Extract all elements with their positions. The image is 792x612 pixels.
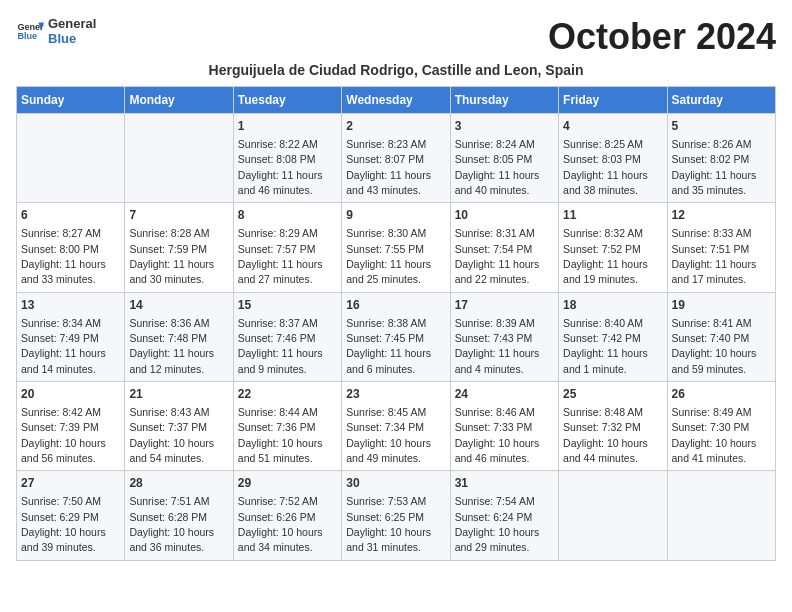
day-info: Sunrise: 8:40 AM Sunset: 7:42 PM Dayligh… xyxy=(563,317,648,375)
day-info: Sunrise: 7:53 AM Sunset: 6:25 PM Dayligh… xyxy=(346,495,431,553)
svg-text:Blue: Blue xyxy=(17,31,37,41)
calendar-cell: 7Sunrise: 8:28 AM Sunset: 7:59 PM Daylig… xyxy=(125,203,233,292)
page-subtitle: Herguijuela de Ciudad Rodrigo, Castille … xyxy=(16,62,776,78)
day-number: 29 xyxy=(238,475,337,492)
calendar-cell: 8Sunrise: 8:29 AM Sunset: 7:57 PM Daylig… xyxy=(233,203,341,292)
calendar-cell: 28Sunrise: 7:51 AM Sunset: 6:28 PM Dayli… xyxy=(125,471,233,560)
day-info: Sunrise: 8:46 AM Sunset: 7:33 PM Dayligh… xyxy=(455,406,540,464)
calendar-cell xyxy=(125,114,233,203)
logo-blue: Blue xyxy=(48,31,96,46)
calendar-cell: 2Sunrise: 8:23 AM Sunset: 8:07 PM Daylig… xyxy=(342,114,450,203)
calendar-cell: 16Sunrise: 8:38 AM Sunset: 7:45 PM Dayli… xyxy=(342,292,450,381)
day-info: Sunrise: 8:41 AM Sunset: 7:40 PM Dayligh… xyxy=(672,317,757,375)
calendar-cell: 4Sunrise: 8:25 AM Sunset: 8:03 PM Daylig… xyxy=(559,114,667,203)
day-number: 24 xyxy=(455,386,554,403)
day-number: 14 xyxy=(129,297,228,314)
day-info: Sunrise: 8:37 AM Sunset: 7:46 PM Dayligh… xyxy=(238,317,323,375)
day-number: 4 xyxy=(563,118,662,135)
day-number: 10 xyxy=(455,207,554,224)
calendar-cell xyxy=(667,471,775,560)
calendar-week-4: 20Sunrise: 8:42 AM Sunset: 7:39 PM Dayli… xyxy=(17,382,776,471)
day-number: 6 xyxy=(21,207,120,224)
day-info: Sunrise: 8:27 AM Sunset: 8:00 PM Dayligh… xyxy=(21,227,106,285)
calendar-cell: 1Sunrise: 8:22 AM Sunset: 8:08 PM Daylig… xyxy=(233,114,341,203)
logo: General Blue General Blue xyxy=(16,16,96,46)
calendar-cell: 9Sunrise: 8:30 AM Sunset: 7:55 PM Daylig… xyxy=(342,203,450,292)
day-info: Sunrise: 7:51 AM Sunset: 6:28 PM Dayligh… xyxy=(129,495,214,553)
header-row: SundayMondayTuesdayWednesdayThursdayFrid… xyxy=(17,87,776,114)
day-info: Sunrise: 8:45 AM Sunset: 7:34 PM Dayligh… xyxy=(346,406,431,464)
day-number: 30 xyxy=(346,475,445,492)
calendar-cell: 11Sunrise: 8:32 AM Sunset: 7:52 PM Dayli… xyxy=(559,203,667,292)
day-header-tuesday: Tuesday xyxy=(233,87,341,114)
day-number: 21 xyxy=(129,386,228,403)
day-number: 25 xyxy=(563,386,662,403)
calendar-week-2: 6Sunrise: 8:27 AM Sunset: 8:00 PM Daylig… xyxy=(17,203,776,292)
calendar-cell: 15Sunrise: 8:37 AM Sunset: 7:46 PM Dayli… xyxy=(233,292,341,381)
calendar-cell: 29Sunrise: 7:52 AM Sunset: 6:26 PM Dayli… xyxy=(233,471,341,560)
calendar-cell: 25Sunrise: 8:48 AM Sunset: 7:32 PM Dayli… xyxy=(559,382,667,471)
day-number: 13 xyxy=(21,297,120,314)
day-number: 18 xyxy=(563,297,662,314)
logo-icon: General Blue xyxy=(16,17,44,45)
logo-text: General Blue xyxy=(48,16,96,46)
calendar-week-1: 1Sunrise: 8:22 AM Sunset: 8:08 PM Daylig… xyxy=(17,114,776,203)
day-info: Sunrise: 8:31 AM Sunset: 7:54 PM Dayligh… xyxy=(455,227,540,285)
day-number: 2 xyxy=(346,118,445,135)
day-info: Sunrise: 8:39 AM Sunset: 7:43 PM Dayligh… xyxy=(455,317,540,375)
day-number: 5 xyxy=(672,118,771,135)
day-number: 23 xyxy=(346,386,445,403)
calendar-cell: 27Sunrise: 7:50 AM Sunset: 6:29 PM Dayli… xyxy=(17,471,125,560)
day-info: Sunrise: 8:28 AM Sunset: 7:59 PM Dayligh… xyxy=(129,227,214,285)
calendar-cell: 20Sunrise: 8:42 AM Sunset: 7:39 PM Dayli… xyxy=(17,382,125,471)
day-info: Sunrise: 8:29 AM Sunset: 7:57 PM Dayligh… xyxy=(238,227,323,285)
day-header-friday: Friday xyxy=(559,87,667,114)
logo-general: General xyxy=(48,16,96,31)
day-number: 1 xyxy=(238,118,337,135)
calendar-table: SundayMondayTuesdayWednesdayThursdayFrid… xyxy=(16,86,776,561)
day-info: Sunrise: 8:38 AM Sunset: 7:45 PM Dayligh… xyxy=(346,317,431,375)
day-info: Sunrise: 8:23 AM Sunset: 8:07 PM Dayligh… xyxy=(346,138,431,196)
day-info: Sunrise: 8:25 AM Sunset: 8:03 PM Dayligh… xyxy=(563,138,648,196)
day-info: Sunrise: 8:44 AM Sunset: 7:36 PM Dayligh… xyxy=(238,406,323,464)
day-header-monday: Monday xyxy=(125,87,233,114)
day-number: 17 xyxy=(455,297,554,314)
day-info: Sunrise: 8:24 AM Sunset: 8:05 PM Dayligh… xyxy=(455,138,540,196)
day-info: Sunrise: 8:22 AM Sunset: 8:08 PM Dayligh… xyxy=(238,138,323,196)
calendar-cell: 3Sunrise: 8:24 AM Sunset: 8:05 PM Daylig… xyxy=(450,114,558,203)
day-number: 3 xyxy=(455,118,554,135)
day-header-thursday: Thursday xyxy=(450,87,558,114)
calendar-cell: 5Sunrise: 8:26 AM Sunset: 8:02 PM Daylig… xyxy=(667,114,775,203)
calendar-week-5: 27Sunrise: 7:50 AM Sunset: 6:29 PM Dayli… xyxy=(17,471,776,560)
day-number: 9 xyxy=(346,207,445,224)
calendar-cell: 23Sunrise: 8:45 AM Sunset: 7:34 PM Dayli… xyxy=(342,382,450,471)
day-number: 20 xyxy=(21,386,120,403)
day-info: Sunrise: 8:30 AM Sunset: 7:55 PM Dayligh… xyxy=(346,227,431,285)
calendar-cell: 10Sunrise: 8:31 AM Sunset: 7:54 PM Dayli… xyxy=(450,203,558,292)
day-number: 26 xyxy=(672,386,771,403)
day-header-wednesday: Wednesday xyxy=(342,87,450,114)
calendar-cell: 21Sunrise: 8:43 AM Sunset: 7:37 PM Dayli… xyxy=(125,382,233,471)
day-info: Sunrise: 8:34 AM Sunset: 7:49 PM Dayligh… xyxy=(21,317,106,375)
day-info: Sunrise: 8:32 AM Sunset: 7:52 PM Dayligh… xyxy=(563,227,648,285)
calendar-cell: 13Sunrise: 8:34 AM Sunset: 7:49 PM Dayli… xyxy=(17,292,125,381)
calendar-header: SundayMondayTuesdayWednesdayThursdayFrid… xyxy=(17,87,776,114)
page-header: General Blue General Blue October 2024 xyxy=(16,16,776,58)
day-number: 8 xyxy=(238,207,337,224)
day-number: 22 xyxy=(238,386,337,403)
calendar-cell: 18Sunrise: 8:40 AM Sunset: 7:42 PM Dayli… xyxy=(559,292,667,381)
day-number: 31 xyxy=(455,475,554,492)
day-info: Sunrise: 8:42 AM Sunset: 7:39 PM Dayligh… xyxy=(21,406,106,464)
day-info: Sunrise: 8:36 AM Sunset: 7:48 PM Dayligh… xyxy=(129,317,214,375)
day-number: 11 xyxy=(563,207,662,224)
day-info: Sunrise: 8:33 AM Sunset: 7:51 PM Dayligh… xyxy=(672,227,757,285)
calendar-week-3: 13Sunrise: 8:34 AM Sunset: 7:49 PM Dayli… xyxy=(17,292,776,381)
day-info: Sunrise: 7:52 AM Sunset: 6:26 PM Dayligh… xyxy=(238,495,323,553)
calendar-cell: 30Sunrise: 7:53 AM Sunset: 6:25 PM Dayli… xyxy=(342,471,450,560)
day-info: Sunrise: 7:50 AM Sunset: 6:29 PM Dayligh… xyxy=(21,495,106,553)
day-info: Sunrise: 8:48 AM Sunset: 7:32 PM Dayligh… xyxy=(563,406,648,464)
day-header-saturday: Saturday xyxy=(667,87,775,114)
day-number: 12 xyxy=(672,207,771,224)
calendar-cell: 12Sunrise: 8:33 AM Sunset: 7:51 PM Dayli… xyxy=(667,203,775,292)
day-number: 16 xyxy=(346,297,445,314)
